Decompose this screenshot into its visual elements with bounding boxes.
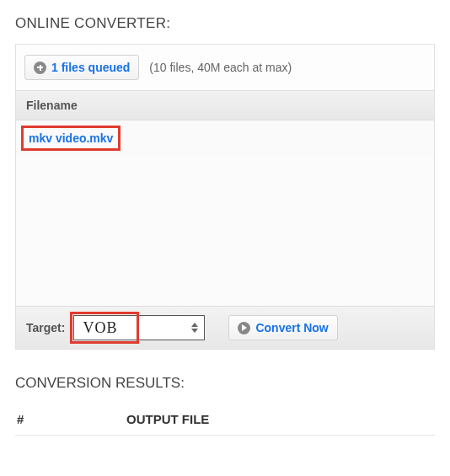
results-col-output: OUTPUT FILE (126, 412, 433, 426)
chevron-updown-icon (189, 318, 201, 337)
conversion-results-heading: CONVERSION RESULTS: (15, 375, 435, 392)
highlight-annotation: mkv video.mkv (21, 126, 121, 151)
plus-icon (34, 62, 46, 74)
files-queued-label: 1 files queued (51, 61, 130, 74)
target-bar: Target: VOB Convert Now (16, 306, 434, 349)
queue-limit-hint: (10 files, 40M each at max) (149, 61, 292, 74)
queue-bar: 1 files queued (10 files, 40M each at ma… (16, 45, 434, 90)
table-row: mkv video.mkv (16, 120, 434, 156)
converter-panel: 1 files queued (10 files, 40M each at ma… (15, 44, 435, 350)
convert-now-button[interactable]: Convert Now (228, 315, 337, 340)
file-drop-area[interactable] (16, 156, 434, 306)
filename-column-header: Filename (16, 90, 434, 120)
target-format-select[interactable]: VOB (73, 315, 205, 340)
play-icon (238, 322, 250, 334)
convert-now-label: Convert Now (255, 321, 328, 334)
online-converter-heading: ONLINE CONVERTER: (15, 15, 435, 32)
results-col-index: # (17, 412, 126, 426)
queued-file-link[interactable]: mkv video.mkv (26, 130, 115, 147)
target-format-value: VOB (83, 319, 117, 337)
results-table-header: # OUTPUT FILE (15, 405, 435, 436)
files-queued-button[interactable]: 1 files queued (24, 55, 139, 80)
target-label: Target: (26, 321, 65, 334)
